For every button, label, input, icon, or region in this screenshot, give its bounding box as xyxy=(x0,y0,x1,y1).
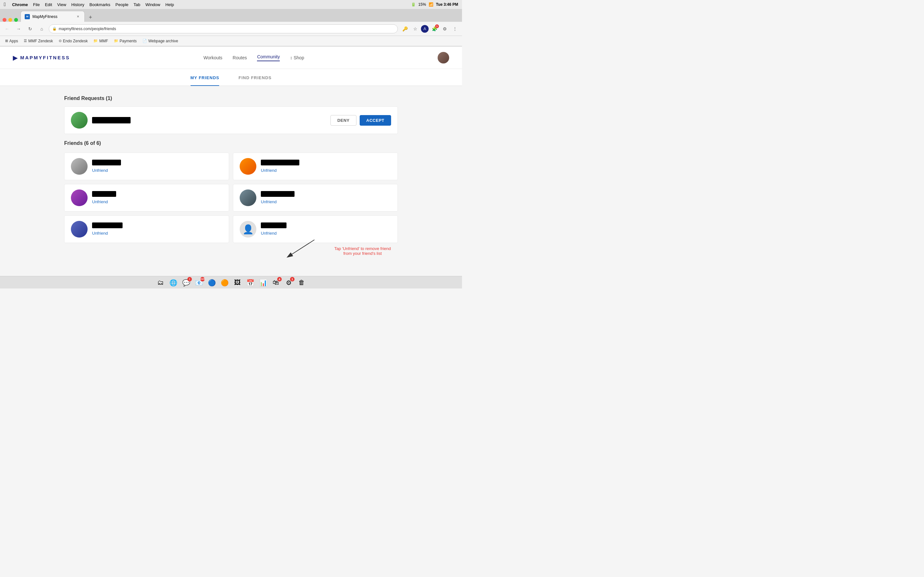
dock-settings[interactable]: ⚙ 1 xyxy=(283,277,294,288)
friend-avatar-2 xyxy=(240,158,256,175)
bookmark-apps-label: Apps xyxy=(9,39,18,43)
close-window-button[interactable] xyxy=(3,18,6,22)
dock-photos[interactable]: 🖼 xyxy=(232,277,243,288)
annotation-text: Tap 'Unfriend' to remove friend from you… xyxy=(334,246,391,256)
logo-text: MAPMYFITNESS xyxy=(20,55,70,60)
new-tab-button[interactable]: + xyxy=(86,13,95,22)
bookmark-mmf-zendesk[interactable]: ☰ MMF Zendesk xyxy=(21,37,55,45)
reload-button[interactable]: ↻ xyxy=(26,24,35,33)
dock-app6[interactable]: 🟠 xyxy=(219,277,230,288)
friend-card-1: Unfriend xyxy=(64,153,229,180)
menu-tab[interactable]: Tab xyxy=(134,2,140,7)
security-icon: 🔒 xyxy=(52,27,57,31)
friend-info-4: Unfriend xyxy=(261,191,294,205)
friend-info-3: Unfriend xyxy=(92,191,116,205)
mmf-folder-icon: 📁 xyxy=(94,39,98,43)
dock-chrome[interactable]: 🌐 xyxy=(168,277,179,288)
menu-file[interactable]: File xyxy=(33,2,40,7)
menu-dots-icon[interactable]: ⋮ xyxy=(451,24,459,33)
dock-app5[interactable]: 🔵 xyxy=(206,277,218,288)
menu-view[interactable]: View xyxy=(57,2,66,7)
default-avatar-icon: 👤 xyxy=(242,224,254,235)
extensions-icon[interactable]: 🧩 1 xyxy=(430,24,439,33)
bookmark-payments[interactable]: 📁 Payments xyxy=(111,37,139,45)
site-navbar: ▶ MAPMYFITNESS Workouts Routes Community… xyxy=(0,47,462,69)
friend-card-4: Unfriend xyxy=(233,184,398,211)
shop-icon: ↕ xyxy=(290,55,292,60)
bookmark-mmf-label: MMF xyxy=(99,39,108,43)
requester-name xyxy=(92,117,131,123)
bookmark-apps[interactable]: ⊞ Apps xyxy=(3,37,21,45)
friend-card-2: Unfriend xyxy=(233,153,398,180)
friend-info-2: Unfriend xyxy=(261,160,299,173)
dock-finder[interactable]: 🗂 xyxy=(155,277,166,288)
unfriend-link-2[interactable]: Unfriend xyxy=(261,168,276,173)
window-controls[interactable] xyxy=(3,18,18,22)
menu-window[interactable]: Window xyxy=(145,2,160,7)
mmf-zendesk-icon: ☰ xyxy=(24,39,27,43)
tab-favicon: M xyxy=(25,14,30,19)
menu-bookmarks[interactable]: Bookmarks xyxy=(89,2,110,7)
accept-button[interactable]: ACCEPT xyxy=(360,115,391,126)
appstore-badge: 4 xyxy=(277,277,282,282)
unfriend-link-6[interactable]: Unfriend xyxy=(261,231,276,235)
profile-icon[interactable]: A xyxy=(421,25,429,33)
svg-line-1 xyxy=(292,240,314,254)
minimize-window-button[interactable] xyxy=(8,18,12,22)
menu-people[interactable]: People xyxy=(115,2,128,7)
friend-name-5 xyxy=(92,222,123,228)
menu-help[interactable]: Help xyxy=(165,2,174,7)
unfriend-link-5[interactable]: Unfriend xyxy=(92,231,108,235)
settings-badge: 1 xyxy=(290,277,294,282)
dock-app-store[interactable]: 🛍 4 xyxy=(270,277,282,288)
battery-icon: 🔋 xyxy=(411,2,416,7)
bookmarks-bar: ⊞ Apps ☰ MMF Zendesk ⊙ Endo Zendesk 📁 MM… xyxy=(0,36,462,46)
dock-trash[interactable]: 🗑 xyxy=(296,277,307,288)
bookmark-mmf[interactable]: 📁 MMF xyxy=(91,37,110,45)
user-avatar[interactable] xyxy=(438,52,449,63)
back-button[interactable]: ← xyxy=(3,24,11,33)
dock-calendar[interactable]: 📅 xyxy=(244,277,256,288)
dock: 🗂 🌐 💬 ! 📧 2329 🔵 🟠 🖼 📅 📊 🛍 4 ⚙ 1 🗑 xyxy=(0,276,462,288)
menu-history[interactable]: History xyxy=(71,2,84,7)
menu-edit[interactable]: Edit xyxy=(45,2,52,7)
tab-find-friends[interactable]: FIND FRIENDS xyxy=(238,75,271,86)
bookmark-webpage-archive[interactable]: 📄 Webpage archive xyxy=(140,37,181,45)
apple-menu[interactable]:  xyxy=(4,2,6,7)
unfriend-link-4[interactable]: Unfriend xyxy=(261,199,276,204)
home-button[interactable]: ⌂ xyxy=(37,24,46,33)
friend-name-4 xyxy=(261,191,294,197)
site-content: ▶ MAPMYFITNESS Workouts Routes Community… xyxy=(0,47,462,276)
bookmark-endo-zendesk[interactable]: ⊙ Endo Zendesk xyxy=(56,37,90,45)
dock-keynote[interactable]: 📊 xyxy=(257,277,269,288)
nav-workouts[interactable]: Workouts xyxy=(204,55,222,60)
deny-button[interactable]: DENY xyxy=(330,115,356,126)
menu-chrome[interactable]: Chrome xyxy=(12,2,28,7)
nav-routes[interactable]: Routes xyxy=(233,55,247,60)
clock: Tue 3:46 PM xyxy=(436,2,458,7)
nav-shop[interactable]: ↕ Shop xyxy=(290,55,304,60)
friend-name-1 xyxy=(92,160,121,165)
friend-card-5: Unfriend xyxy=(64,215,229,243)
forward-button[interactable]: → xyxy=(14,24,23,33)
friend-avatar-5 xyxy=(71,221,87,237)
dock-outlook[interactable]: 📧 2329 xyxy=(193,277,205,288)
settings-icon[interactable]: ⚙ xyxy=(440,24,449,33)
unfriend-link-3[interactable]: Unfriend xyxy=(92,199,108,204)
bookmark-webpage-archive-label: Webpage archive xyxy=(148,39,178,43)
menu-bar:  Chrome File Edit View History Bookmark… xyxy=(0,0,462,9)
page-tabs: MY FRIENDS FIND FRIENDS xyxy=(0,69,462,86)
nav-community[interactable]: Community xyxy=(257,54,280,61)
unfriend-link-1[interactable]: Unfriend xyxy=(92,168,108,173)
tab-close-button[interactable]: ✕ xyxy=(75,14,81,19)
key-icon[interactable]: 🔑 xyxy=(401,24,409,33)
bookmark-star-icon[interactable]: ☆ xyxy=(411,24,420,33)
browser-tab[interactable]: M MapMyFitness ✕ xyxy=(21,11,85,22)
friend-name-6 xyxy=(261,222,286,228)
menu-bar-right: 🔋 15% 📶 Tue 3:46 PM xyxy=(411,2,458,7)
dock-slack[interactable]: 💬 ! xyxy=(180,277,192,288)
url-bar[interactable]: 🔒 mapmyfitness.com/people/friends xyxy=(49,24,398,33)
maximize-window-button[interactable] xyxy=(14,18,18,22)
tab-my-friends[interactable]: MY FRIENDS xyxy=(191,75,220,86)
site-logo[interactable]: ▶ MAPMYFITNESS xyxy=(13,54,70,61)
